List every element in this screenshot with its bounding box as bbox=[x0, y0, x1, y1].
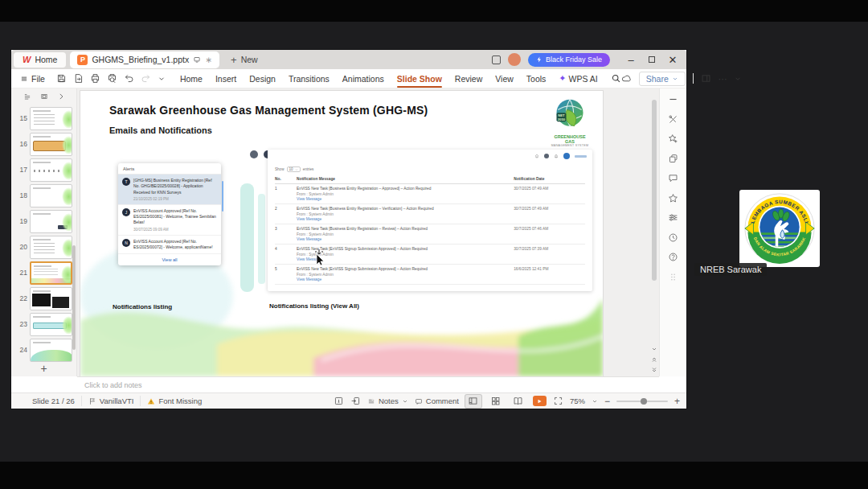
menu-wps-ai[interactable]: ✦WPS AI bbox=[559, 71, 597, 86]
play-from-slide-icon[interactable] bbox=[350, 396, 361, 406]
minimize-button[interactable]: – bbox=[620, 51, 641, 68]
zoom-slider[interactable] bbox=[616, 401, 668, 402]
view-message-link: View Message bbox=[297, 217, 514, 221]
zoom-out-button[interactable]: − bbox=[604, 396, 610, 407]
copy-shapes-icon[interactable] bbox=[668, 154, 678, 164]
redo-icon[interactable] bbox=[141, 73, 151, 84]
slide-thumbnail-20[interactable] bbox=[30, 236, 72, 259]
notes-pane[interactable]: Click to add notes bbox=[77, 376, 659, 392]
account-avatar[interactable] bbox=[508, 53, 521, 66]
menu-design[interactable]: Design bbox=[249, 72, 276, 86]
normal-view-button[interactable] bbox=[465, 395, 481, 408]
menu-transitions[interactable]: Transitions bbox=[289, 72, 330, 86]
print-icon[interactable] bbox=[90, 73, 100, 84]
favorites-star-icon[interactable] bbox=[668, 193, 678, 203]
participant-name-label: NREB Sarawak bbox=[694, 263, 767, 276]
slide-view-icon[interactable] bbox=[40, 92, 48, 101]
previous-slide-button[interactable] bbox=[651, 356, 657, 363]
scrollbar-thumb[interactable] bbox=[652, 100, 657, 281]
status-bar: Slide 21 / 26 VanillaVTI Font Missing No… bbox=[11, 392, 686, 409]
alert-avatar: J bbox=[122, 208, 130, 216]
collapse-sidebar-icon[interactable] bbox=[668, 94, 678, 105]
theme-name: VanillaVTI bbox=[100, 397, 134, 405]
next-slide-button[interactable] bbox=[651, 367, 657, 373]
cloud-sync-icon[interactable] bbox=[621, 73, 632, 84]
view-message-link: View Message bbox=[297, 277, 514, 281]
black-friday-sale-button[interactable]: Black Friday Sale bbox=[528, 53, 610, 67]
history-clock-icon[interactable] bbox=[668, 232, 678, 243]
maximize-button[interactable] bbox=[641, 51, 662, 68]
zoom-level[interactable]: 75% bbox=[570, 397, 585, 405]
add-slide-button[interactable]: + bbox=[11, 361, 76, 376]
slide-21[interactable]: Sarawak Greenhouse Gas Management System… bbox=[80, 91, 603, 376]
zoom-in-button[interactable]: + bbox=[674, 396, 680, 407]
print-preview-icon[interactable] bbox=[107, 73, 117, 84]
home-tab[interactable]: W Home bbox=[14, 52, 66, 68]
font-missing-warning[interactable]: Font Missing bbox=[147, 397, 202, 405]
collapse-ribbon-icon[interactable] bbox=[734, 75, 742, 83]
menu-review[interactable]: Review bbox=[455, 72, 482, 86]
slide-thumbnail-17[interactable] bbox=[30, 158, 72, 182]
theme-indicator[interactable]: VanillaVTI bbox=[88, 397, 134, 405]
zoom-chevron-icon[interactable] bbox=[592, 398, 598, 405]
new-tab-button[interactable]: + New bbox=[231, 54, 258, 66]
menu-animations[interactable]: Animations bbox=[342, 72, 384, 86]
slideshow-play-button[interactable] bbox=[533, 396, 547, 406]
toolbar-chevron-down-icon[interactable] bbox=[158, 75, 166, 83]
reading-view-button[interactable] bbox=[510, 395, 526, 408]
slide-title[interactable]: Sarawak Greenhouse Gas Management System… bbox=[109, 104, 428, 117]
slide-number-icon[interactable] bbox=[334, 396, 344, 406]
participant-video-tile[interactable]: LEMBAGA SUMBER ASLI DAN ALAM SEKITAR SAR… bbox=[739, 190, 820, 267]
comment-button[interactable]: Comment bbox=[415, 397, 459, 405]
slide-thumbnail-24[interactable] bbox=[30, 339, 72, 362]
menu-slide-show[interactable]: Slide Show bbox=[397, 72, 442, 86]
panel-scrollbar[interactable] bbox=[72, 245, 76, 350]
slide-thumbnail-15[interactable] bbox=[30, 107, 72, 130]
slide-thumbnail-19[interactable] bbox=[30, 210, 72, 233]
file-menu[interactable]: File bbox=[11, 74, 51, 84]
alert-avatar: N bbox=[122, 239, 130, 247]
thumb-decor bbox=[32, 294, 51, 306]
slide-thumbnail-22[interactable] bbox=[30, 287, 72, 310]
search-icon[interactable] bbox=[611, 73, 621, 84]
menu-view[interactable]: View bbox=[495, 72, 514, 86]
row-from: From : System Admin bbox=[297, 212, 514, 216]
menu-home[interactable]: Home bbox=[180, 72, 203, 86]
menu-insert[interactable]: Insert bbox=[215, 72, 236, 86]
notes-toggle[interactable]: Notes bbox=[367, 397, 408, 405]
editor-scrollbar[interactable] bbox=[649, 88, 659, 376]
scroll-down-arrow[interactable] bbox=[651, 346, 657, 352]
slide-thumbnail-18[interactable] bbox=[30, 184, 72, 208]
comment-icon[interactable] bbox=[668, 173, 678, 183]
collapse-panel-chevron-icon[interactable] bbox=[57, 92, 65, 101]
document-tab[interactable]: P GHGMS_Briefing_v1.pptx ∗ bbox=[70, 51, 219, 68]
slide-subtitle[interactable]: Emails and Notifications bbox=[109, 125, 212, 135]
plus-icon: + bbox=[231, 54, 237, 66]
save-icon[interactable] bbox=[56, 73, 67, 84]
share-button[interactable]: Share bbox=[639, 72, 686, 86]
outline-view-icon[interactable] bbox=[23, 92, 31, 101]
tab-list-icon[interactable] bbox=[492, 55, 501, 64]
close-button[interactable]: ✕ bbox=[662, 51, 683, 68]
fit-to-screen-icon[interactable] bbox=[553, 396, 563, 406]
tools-icon[interactable] bbox=[668, 114, 678, 125]
slide-thumbnail-16[interactable] bbox=[30, 133, 72, 156]
task-pane-icon[interactable] bbox=[701, 73, 711, 84]
settings-sliders-icon[interactable] bbox=[668, 212, 678, 223]
row-no: 4 bbox=[275, 247, 297, 261]
zoom-slider-handle[interactable] bbox=[641, 398, 647, 405]
slide-thumbnail-23[interactable] bbox=[30, 313, 72, 336]
slide-thumbnail-21-selected[interactable] bbox=[30, 261, 72, 285]
menu-tools[interactable]: Tools bbox=[526, 72, 547, 86]
slide-sorter-view-button[interactable] bbox=[488, 395, 504, 408]
more-options-icon[interactable]: ⋯ bbox=[719, 74, 727, 84]
apps-grid-icon[interactable] bbox=[668, 272, 678, 282]
star-add-icon[interactable] bbox=[668, 134, 678, 144]
help-question-icon[interactable] bbox=[668, 252, 678, 262]
scroll-up-arrow[interactable] bbox=[649, 90, 659, 97]
col-no: No. bbox=[275, 177, 297, 181]
export-icon[interactable] bbox=[73, 73, 84, 84]
undo-icon[interactable] bbox=[124, 73, 134, 84]
comment-label: Comment bbox=[426, 397, 459, 405]
alert-text: [GHG-MS] Business Entity Registration [R… bbox=[133, 178, 217, 195]
